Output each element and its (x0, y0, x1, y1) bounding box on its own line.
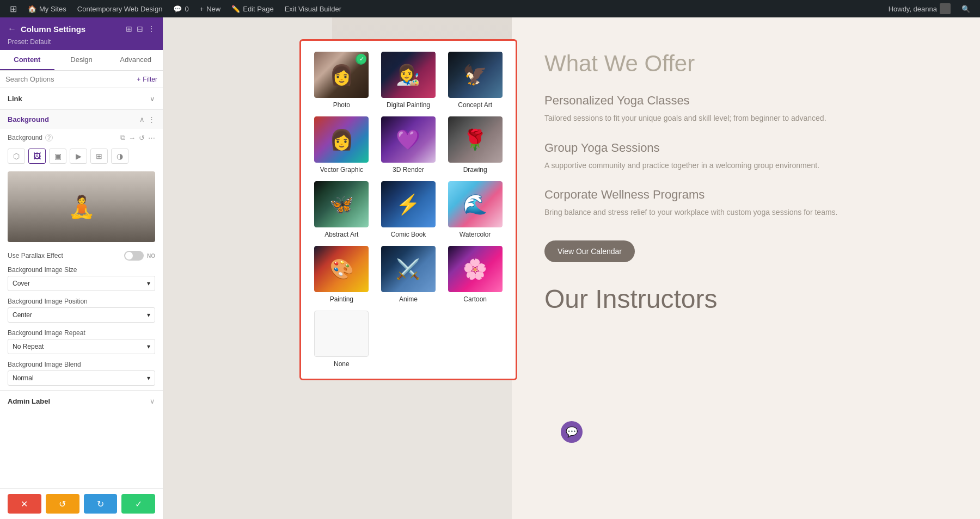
style-item-drawing[interactable]: 🌹 Drawing (445, 116, 505, 174)
chevron-down-icon: ▾ (147, 280, 150, 287)
tab-content[interactable]: Content (0, 50, 54, 70)
style-img-watercolor: 🌊 (448, 181, 503, 227)
style-label-abstract-art: Abstract Art (324, 231, 358, 238)
style-item-3d-render[interactable]: 💜 3D Render (379, 116, 438, 174)
style-item-painting[interactable]: 🎨 Painting (312, 246, 371, 303)
service-title-2: Corporate Wellness Programs (544, 188, 947, 202)
help-icon[interactable]: ? (45, 134, 53, 141)
style-item-photo[interactable]: 👩 ✓ Photo (312, 52, 371, 109)
new-btn[interactable]: + New (194, 0, 226, 17)
filter-button[interactable]: + Filter (137, 76, 157, 83)
reset-button[interactable]: ↺ (46, 494, 79, 514)
tab-advanced[interactable]: Advanced (108, 50, 163, 70)
style-img-comic-book: ⚡ (381, 181, 436, 227)
chevron-down-icon-3: ▾ (147, 343, 150, 350)
plus-icon: + (137, 76, 140, 83)
search-admin-btn[interactable]: 🔍 (956, 0, 976, 17)
sidebar-header-icons: ⊞ ⊟ ⋮ (126, 24, 155, 33)
style-item-watercolor[interactable]: 🌊 Watercolor (445, 181, 505, 238)
pencil-icon: ✏️ (231, 5, 240, 13)
toggle-knob (125, 252, 133, 260)
edit-page-btn[interactable]: ✏️ Edit Page (226, 0, 279, 17)
more-icon[interactable]: ⋮ (148, 24, 155, 33)
bg-type-gradient[interactable]: ⬡ (8, 149, 25, 164)
style-item-vector-graphic[interactable]: 👩 Vector Graphic (312, 116, 371, 174)
style-img-cartoon: 🌸 (448, 246, 503, 292)
copy-bg-icon[interactable]: ⧉ (120, 133, 125, 142)
link-section-header[interactable]: Link ∨ (0, 88, 163, 109)
image-blend-label: Background Image Blend (8, 361, 155, 368)
comments-btn[interactable]: 💬 0 (168, 0, 194, 17)
back-icon[interactable]: ← (8, 24, 16, 34)
style-img-painting: 🎨 (314, 246, 369, 292)
link-collapse-icons: ∨ (150, 95, 155, 103)
my-sites-btn[interactable]: 🏠 My Sites (22, 0, 72, 17)
site-name-btn[interactable]: Contemporary Web Design (72, 0, 168, 17)
image-repeat-select[interactable]: No Repeat ▾ (8, 339, 155, 354)
background-section-header: Background ∧ ⋮ (0, 110, 163, 129)
style-item-none[interactable]: None (312, 311, 371, 368)
style-img-vector-graphic: 👩 (314, 116, 369, 163)
admin-bar: ⊞ 🏠 My Sites Contemporary Web Design 💬 0… (0, 0, 980, 17)
image-blend-select[interactable]: Normal ▾ (8, 370, 155, 386)
refresh-button[interactable]: ↻ (84, 494, 118, 514)
save-button[interactable]: ✓ (121, 494, 155, 514)
chevron-down-icon-2: ▾ (147, 311, 150, 319)
preset-label: Preset: Default (0, 38, 163, 50)
image-repeat-row: Background Image Repeat No Repeat ▾ (0, 327, 163, 359)
wp-logo-icon: ⊞ (10, 4, 17, 14)
style-grid: 👩 ✓ Photo 👩‍🎨 Digital Painting (312, 52, 505, 368)
grid-icon[interactable]: ⊞ (126, 24, 132, 33)
style-item-concept-art[interactable]: 🦅 Concept Art (445, 52, 505, 109)
reset-bg-icon[interactable]: ↺ (139, 134, 145, 142)
parallax-value: NO (147, 253, 155, 259)
arrow-bg-icon[interactable]: → (128, 134, 136, 142)
bg-type-color[interactable]: ▣ (49, 149, 66, 164)
avatar (940, 3, 951, 14)
background-label: Background ? (8, 134, 53, 141)
bg-type-image[interactable]: 🖼 (28, 149, 46, 164)
bg-section-collapse-icon[interactable]: ∧ (139, 115, 145, 123)
image-repeat-label: Background Image Repeat (8, 329, 155, 337)
what-we-offer-heading: What We Offer (544, 50, 947, 77)
sidebar-header: ← Column Settings ⊞ ⊟ ⋮ (0, 17, 163, 38)
service-item-0: Personalized Yoga Classes Tailored sessi… (544, 94, 947, 124)
service-title-1: Group Yoga Sessions (544, 141, 947, 155)
style-item-anime[interactable]: ⚔️ Anime (379, 246, 438, 303)
parallax-toggle-switch[interactable] (124, 251, 144, 261)
link-section-title: Link (8, 95, 22, 103)
more-bg-icon[interactable]: ⋯ (148, 134, 155, 142)
bg-type-pattern[interactable]: ⊞ (90, 149, 108, 164)
image-size-select[interactable]: Cover ▾ (8, 276, 155, 291)
style-item-cartoon[interactable]: 🌸 Cartoon (445, 246, 505, 303)
bg-type-video[interactable]: ▶ (70, 149, 87, 164)
style-item-digital-painting[interactable]: 👩‍🎨 Digital Painting (379, 52, 438, 109)
link-collapse-icon[interactable]: ∨ (150, 95, 155, 103)
background-controls: ⧉ → ↺ ⋯ (120, 133, 155, 142)
style-item-comic-book[interactable]: ⚡ Comic Book (379, 181, 438, 238)
columns-icon[interactable]: ⊟ (137, 24, 143, 33)
admin-label-section[interactable]: Admin Label ∨ (0, 391, 163, 412)
our-instructors-heading: Our Instructors (544, 284, 947, 314)
style-label-comic-book: Comic Book (391, 231, 426, 238)
view-calendar-button[interactable]: View Our Calendar (544, 240, 635, 262)
main-content: 🧘 👩 ✓ Photo (163, 17, 980, 519)
admin-label-collapse-icon[interactable]: ∨ (150, 397, 155, 405)
style-item-abstract-art[interactable]: 🦋 Abstract Art (312, 181, 371, 238)
style-img-none (314, 311, 369, 357)
bg-section-menu-icon[interactable]: ⋮ (148, 115, 155, 123)
bg-type-mask[interactable]: ◑ (111, 149, 128, 164)
howdy-item[interactable]: Howdy, deanna (883, 0, 956, 17)
parallax-toggle[interactable]: NO (124, 251, 155, 261)
image-position-select[interactable]: Center ▾ (8, 307, 155, 323)
wp-logo-btn[interactable]: ⊞ (4, 0, 22, 17)
my-sites-icon: 🏠 (28, 5, 36, 13)
cancel-button[interactable]: ✕ (8, 494, 41, 514)
main-layout: ← Column Settings ⊞ ⊟ ⋮ Preset: Default … (0, 17, 980, 519)
chat-fab-button[interactable]: 💬 (561, 421, 583, 443)
tab-design[interactable]: Design (54, 50, 109, 70)
style-img-abstract-art: 🦋 (314, 181, 369, 227)
search-options-input[interactable] (5, 75, 133, 83)
comments-count: 0 (185, 5, 188, 13)
exit-builder-btn[interactable]: Exit Visual Builder (279, 0, 347, 17)
